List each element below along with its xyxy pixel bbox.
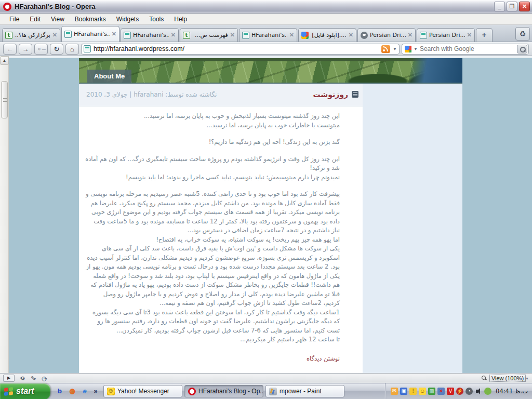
tab-close-icon[interactable]: ✕ (112, 31, 116, 37)
menu-widgets[interactable]: Widgets (111, 15, 144, 24)
tab-hfarahani-3[interactable]: HFarahani's... ✕ (239, 28, 297, 42)
network-disconnected-icon[interactable]: ✕ (437, 388, 445, 395)
virusscan-icon[interactable]: V (447, 388, 454, 395)
tab-close-icon[interactable]: ✕ (408, 32, 413, 38)
tab-upload-file[interactable]: ....[آپلود فایل] ✕ (298, 28, 356, 42)
forward-button[interactable]: → (19, 44, 32, 55)
task-mpower-paint[interactable]: mpower - Paint (265, 385, 344, 397)
search-input[interactable] (420, 45, 515, 52)
post-title[interactable]: روزنوشت (313, 90, 348, 99)
tab-close-icon[interactable]: ✕ (171, 32, 176, 38)
post-body: این چند روز گذشته میتونست بسیار لذتبخش و… (79, 107, 363, 373)
tab-close-icon[interactable]: ✕ (52, 32, 57, 38)
home-button[interactable]: ⌂ (65, 44, 79, 55)
main-column: روزنوشت نگاشته شده توسط: hfarahani | جول… (79, 84, 363, 373)
forum-favicon-icon: t (183, 32, 190, 39)
tab-close-icon[interactable]: ✕ (467, 32, 472, 38)
google-favicon-icon (301, 32, 309, 39)
tab-close-icon[interactable]: ✕ (349, 32, 353, 38)
scrollbar-up-icon[interactable]: ▲ (0, 56, 9, 65)
tab-forum-2[interactable]: t فهرست ص... ✕ (180, 28, 238, 42)
post-paragraph: گند بزنن به این زندگی! آخه این هم زندگیه… (85, 138, 340, 147)
wand-key-button[interactable]: ⚬– (34, 44, 48, 55)
yahoo-smiley-icon[interactable]: ☺ (419, 388, 426, 395)
url-field[interactable]: ▼ (81, 44, 400, 55)
post-header: روزنوشت نگاشته شده توسط: hfarahani | جول… (79, 84, 363, 107)
tab-close-icon[interactable]: ✕ (289, 32, 294, 38)
post-paragraph: این چند روز گذشته میتونست بسیار لذتبخش و… (85, 112, 340, 130)
zoom-level-label[interactable]: View (100%) (489, 375, 526, 382)
graphics-utility-icon[interactable] (484, 388, 491, 395)
new-mail-icon[interactable]: ✉ (391, 388, 398, 395)
page-favicon-icon (124, 32, 131, 39)
minimize-button[interactable]: _ (494, 2, 505, 11)
quick-launch-b-icon[interactable]: b (56, 387, 64, 395)
page-favicon-icon (242, 32, 249, 39)
menu-file[interactable]: File (4, 15, 24, 24)
quick-launch-orange-icon[interactable]: ◍ (68, 387, 76, 395)
menu-edit[interactable]: Edit (24, 15, 46, 24)
green-messenger-icon[interactable]: ▥ (428, 388, 435, 395)
yahoo-messenger-icon (107, 388, 115, 395)
nav-about-me[interactable]: About Me (87, 70, 131, 83)
red-lightning-icon[interactable]: ⚡ (456, 388, 463, 395)
reload-button[interactable]: ↻ (50, 44, 63, 55)
zoom-magnifier-icon (481, 375, 487, 381)
post-paragraph: این چند روز کل وقت و انرژیمو گذاشته بودم… (85, 155, 340, 182)
post-permalink-icon[interactable] (352, 91, 358, 98)
task-opera-blog[interactable]: HFarahani's Blog - Op... (184, 385, 263, 397)
search-engine-dropdown-icon[interactable]: ▼ (414, 47, 418, 51)
task-yahoo-messenger[interactable]: Yahoo! Messenger (103, 385, 182, 397)
browser-viewport: ▲ About Me روزنوشت نگاشته شده توسط: hfar… (0, 56, 532, 373)
rss-dropdown-icon[interactable]: ▼ (393, 47, 397, 51)
start-button[interactable]: start (0, 383, 50, 399)
gray-utility-icon[interactable]: ◔ (466, 388, 473, 395)
internet-explorer-icon[interactable]: e (81, 387, 89, 395)
closed-tabs-trash-button[interactable]: ♻ (515, 27, 530, 41)
left-scrollbar[interactable]: ▲ (0, 56, 9, 373)
quick-launch-overflow-icon[interactable]: » (93, 387, 98, 395)
forum-favicon-icon: t (5, 32, 12, 39)
volume-icon[interactable] (475, 388, 482, 395)
network-monitors-icon[interactable]: ▣ (400, 388, 407, 395)
menu-bookmarks[interactable]: Bookmarks (70, 15, 111, 24)
write-comment-link[interactable]: نوشتن دیدگاه (307, 354, 340, 364)
menu-view[interactable]: View (46, 15, 70, 24)
rss-feed-icon[interactable] (381, 45, 390, 53)
taskbar-clock[interactable]: ب.ظ 04:41 (494, 388, 528, 395)
back-button[interactable]: ← (3, 44, 17, 55)
system-tray: ✉ ▣ ! ☺ ▥ ✕ V ⚡ ◔ ب.ظ 04:41 (385, 383, 532, 399)
tab-hfarahani-2[interactable]: HFarahani's... ✕ (121, 28, 179, 42)
blog-card: About Me روزنوشت نگاشته شده توسط: hfarah… (79, 58, 462, 373)
quick-launch: b ◍ e » (50, 387, 103, 395)
url-input[interactable] (94, 45, 379, 52)
post-meta: نگاشته شده توسط: hfarahani | جولای 3, 20… (86, 91, 217, 98)
taskbar: start b ◍ e » Yahoo! Messenger HFarahani… (0, 383, 532, 399)
scrollbar-thumb[interactable] (1, 81, 8, 118)
windows-flag-icon (4, 387, 13, 396)
menu-bar: File Edit View Bookmarks Widgets Tools H… (0, 14, 532, 25)
page-favicon-icon (420, 32, 427, 39)
search-field[interactable]: ▼ (402, 44, 529, 55)
sidebar-column (363, 84, 462, 373)
security-alert-shield-icon[interactable]: ! (409, 388, 417, 395)
wordpress-favicon-icon (361, 32, 368, 39)
tab-bar: t برگزارکن ها؟... ✕ HFarahani's... ✕ HFa… (0, 25, 532, 42)
paint-icon (269, 388, 277, 395)
menu-help[interactable]: Help (169, 15, 192, 24)
tab-persian-dri-1[interactable]: Persian Dri... ✕ (357, 28, 416, 42)
tab-hfarahani-active[interactable]: HFarahani's... ✕ (61, 26, 119, 42)
search-go-button[interactable] (517, 45, 527, 54)
restore-button[interactable]: ❐ (507, 2, 517, 11)
tab-close-icon[interactable]: ✕ (230, 32, 235, 38)
tab-forum-1[interactable]: t برگزارکن ها؟... ✕ (2, 28, 60, 42)
zoom-control[interactable]: View (100%) ▼ (481, 375, 529, 382)
menu-tools[interactable]: Tools (144, 15, 169, 24)
panels-toggle-button[interactable]: ▶ (3, 375, 15, 382)
new-tab-button[interactable]: + (476, 28, 493, 42)
tab-persian-dri-2[interactable]: Persian Dri... ✕ (417, 28, 475, 42)
address-bar: ← → ⚬– ↻ ⌂ ▼ ▼ (0, 42, 532, 56)
close-button[interactable]: ✕ (519, 2, 530, 11)
opera-logo-icon (3, 3, 11, 11)
zoom-dropdown-icon[interactable]: ▼ (525, 377, 529, 380)
